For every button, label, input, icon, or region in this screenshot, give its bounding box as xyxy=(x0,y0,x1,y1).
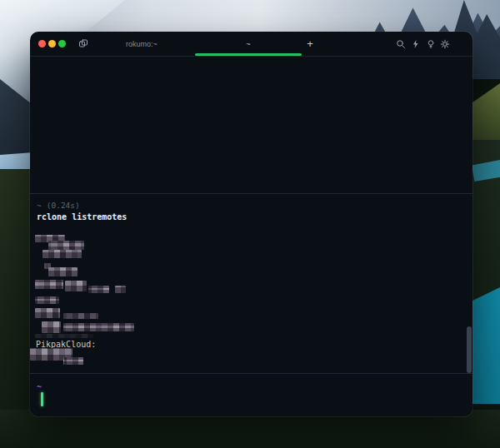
block-divider-bottom xyxy=(30,373,472,374)
gear-icon[interactable] xyxy=(439,38,451,50)
redacted-output-line xyxy=(65,281,87,291)
redacted-output-line xyxy=(35,280,63,289)
tab-home-label: ~ xyxy=(246,40,250,48)
tab-rokumo-label: rokumo:~ xyxy=(126,40,158,48)
tab-rokumo[interactable]: rokumo:~ xyxy=(88,32,195,56)
redacted-output-line xyxy=(42,250,82,258)
finished-prompt-cwd: ~ xyxy=(37,201,42,210)
hillside-left xyxy=(0,169,33,448)
redacted-output-line xyxy=(115,286,126,293)
scrollbar-thumb[interactable] xyxy=(467,326,472,373)
new-tab-label: + xyxy=(307,37,313,50)
zoom-button[interactable] xyxy=(58,40,66,47)
command-duration: (0.24s) xyxy=(47,201,80,210)
lightning-icon[interactable] xyxy=(410,38,422,50)
redacted-output-line xyxy=(35,334,93,338)
redacted-output-line xyxy=(88,286,109,293)
redacted-output-line xyxy=(35,296,59,304)
redacted-output-line xyxy=(63,357,83,365)
command-text: rclone listremotes xyxy=(37,212,127,222)
finished-prompt-line: ~(0.24s) xyxy=(37,201,80,210)
tab-home[interactable]: ~ xyxy=(195,32,302,56)
terminal-cursor xyxy=(41,392,43,406)
redacted-output-line xyxy=(48,267,78,276)
block-divider-top xyxy=(30,193,472,194)
active-prompt-cwd: ~ xyxy=(37,382,42,391)
new-tab-button[interactable]: + xyxy=(302,32,318,56)
close-button[interactable] xyxy=(38,40,46,47)
traffic-lights xyxy=(38,40,66,47)
search-icon[interactable] xyxy=(395,38,407,50)
desktop: rokumo:~ ~ + xyxy=(0,0,500,448)
terminal-window: rokumo:~ ~ + xyxy=(30,32,472,416)
redacted-output-line xyxy=(63,313,98,319)
redacted-output-line xyxy=(42,321,61,333)
redacted-output-line xyxy=(48,241,84,250)
pages-icon[interactable] xyxy=(78,37,89,49)
terminal-content: ~(0.24s) rclone listremotes PikpakCloud:… xyxy=(30,57,472,416)
bulb-icon[interactable] xyxy=(425,38,437,50)
tab-bar: rokumo:~ ~ + xyxy=(30,32,472,57)
redacted-output-line xyxy=(35,308,60,318)
active-tab-indicator xyxy=(195,53,302,56)
minimize-button[interactable] xyxy=(48,40,56,47)
redacted-output-line xyxy=(63,323,134,331)
